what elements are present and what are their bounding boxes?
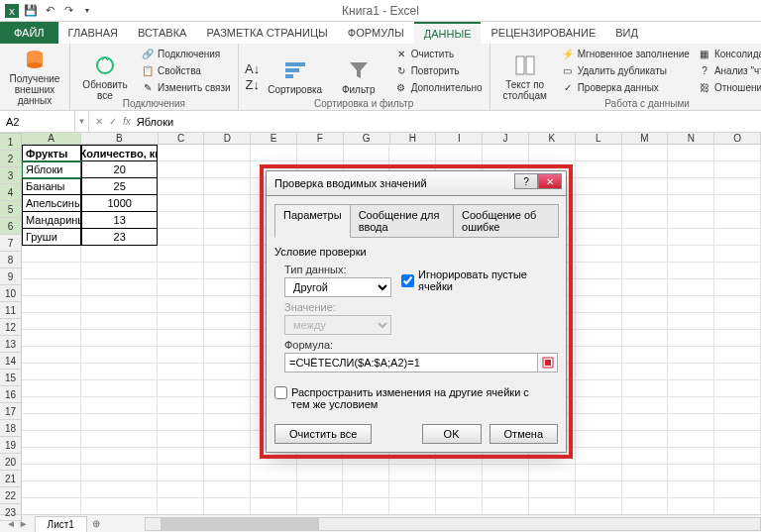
cell[interactable] [204,498,251,514]
cell[interactable] [204,313,251,330]
row-header[interactable]: 17 [0,403,22,420]
cell[interactable] [22,498,81,514]
cell[interactable] [668,161,714,178]
row-header[interactable]: 20 [0,454,22,471]
cell[interactable] [714,380,761,397]
cell[interactable]: Апельсины [22,195,81,212]
cell[interactable] [622,161,669,178]
cell[interactable] [622,498,669,514]
cell[interactable] [714,178,761,195]
column-header[interactable]: I [436,133,483,145]
row-header[interactable]: 4 [0,184,22,201]
cell[interactable] [576,212,622,229]
cell[interactable] [483,145,529,161]
cell[interactable] [576,465,622,481]
tab-insert[interactable]: ВСТАВКА [128,22,196,44]
cell[interactable] [622,364,669,380]
cell[interactable] [389,498,436,514]
cell[interactable] [251,465,297,481]
cell[interactable] [668,330,714,347]
cell[interactable] [204,448,251,465]
cell[interactable] [22,431,81,448]
whatif-button[interactable]: ?Анализ "что если" [696,62,761,78]
cell[interactable] [622,380,669,397]
row-header[interactable]: 3 [0,167,22,184]
cell[interactable] [204,465,251,481]
cell[interactable] [668,481,714,498]
cell[interactable] [158,212,204,229]
cell[interactable] [204,397,251,414]
cell[interactable] [576,161,622,178]
row-header[interactable]: 1 [0,134,22,151]
cell[interactable] [22,364,81,380]
cell[interactable] [158,229,204,246]
cell[interactable] [297,465,344,481]
cell[interactable] [622,263,669,279]
cell[interactable] [204,212,251,229]
cell[interactable]: Яблоки [22,161,81,178]
cell[interactable] [22,296,81,313]
cell[interactable] [622,279,669,296]
cell[interactable] [22,481,81,498]
cell[interactable] [668,212,714,229]
cell[interactable] [714,448,761,465]
cell[interactable] [436,498,483,514]
cell[interactable] [81,364,158,380]
cell[interactable] [81,279,158,296]
cell[interactable]: 23 [81,229,158,246]
row-header[interactable]: 10 [0,285,22,302]
cell[interactable] [576,145,622,161]
clear-filter-button[interactable]: ✕Очистить [392,46,485,61]
cell[interactable] [158,347,204,364]
cell[interactable] [576,364,622,380]
cell[interactable] [714,364,761,380]
cell[interactable] [22,330,81,347]
cell[interactable] [158,380,204,397]
cell[interactable] [576,263,622,279]
cell[interactable] [22,380,81,397]
cell[interactable] [714,195,761,212]
row-header[interactable]: 16 [0,386,22,403]
row-header[interactable]: 11 [0,302,22,319]
cell[interactable] [158,279,204,296]
cell[interactable] [436,465,483,481]
ok-button[interactable]: OK [422,424,482,444]
cell[interactable] [22,448,81,465]
cell[interactable] [714,498,761,514]
cell[interactable] [483,498,529,514]
flash-fill-button[interactable]: ⚡Мгновенное заполнение [559,46,692,61]
cell[interactable]: 20 [81,161,158,178]
cell[interactable]: 13 [81,212,158,229]
cell[interactable] [204,330,251,347]
redo-icon[interactable]: ↷ [60,3,76,19]
fx-icon[interactable]: fx [123,116,131,127]
tab-layout[interactable]: РАЗМЕТКА СТРАНИЦЫ [196,22,337,44]
cell[interactable] [529,481,576,498]
cell[interactable] [576,397,622,414]
cell[interactable] [297,481,344,498]
cell[interactable] [81,414,158,431]
cell[interactable] [158,397,204,414]
cell[interactable]: Фрукты [22,145,81,161]
row-header[interactable]: 7 [0,235,22,252]
cell[interactable] [622,465,669,481]
formula-input[interactable] [137,116,755,128]
cell[interactable] [297,498,344,514]
cell[interactable] [714,313,761,330]
row-header[interactable]: 18 [0,420,22,437]
dialog-help-button[interactable]: ? [514,173,538,189]
cell[interactable] [668,364,714,380]
row-header[interactable]: 13 [0,336,22,353]
qat-dropdown-icon[interactable]: ▼ [79,3,95,19]
cell[interactable] [204,279,251,296]
cell[interactable] [576,229,622,246]
column-header[interactable]: C [159,133,205,145]
advanced-filter-button[interactable]: ⚙Дополнительно [392,79,485,95]
cell[interactable] [668,431,714,448]
cell[interactable] [714,347,761,364]
cell[interactable] [158,246,204,263]
row-header[interactable]: 19 [0,437,22,454]
cell[interactable] [158,465,204,481]
relationships-button[interactable]: ⛓Отношения [696,79,761,95]
row-header[interactable]: 9 [0,268,22,285]
